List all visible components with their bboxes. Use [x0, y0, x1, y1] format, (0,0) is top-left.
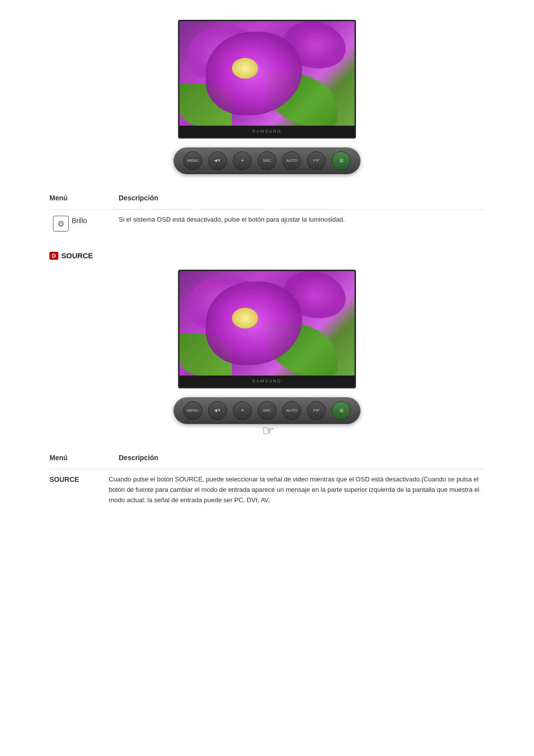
- brillo-description: Si el sistema OSD está desactivado, puls…: [119, 215, 485, 225]
- button-bar2: MENU ◀▼ ✶ SRC AUTO PIP ⏻: [174, 397, 360, 424]
- source-button2[interactable]: SRC: [258, 401, 276, 420]
- source-button[interactable]: SRC: [258, 151, 276, 170]
- power-button2[interactable]: ⏻: [332, 401, 351, 420]
- button-bar1: MENU ◀▼ ✶ SRC AUTO PIP ⏻: [174, 147, 360, 174]
- brightness-button2[interactable]: ✶: [233, 401, 252, 420]
- brightness-button[interactable]: ✶: [233, 151, 252, 170]
- source-desc-cell: Cuando pulse el botón SOURCE, puede sele…: [109, 474, 485, 505]
- monitor1: SAMSUNG: [178, 20, 356, 139]
- table1-section: Menú Descripción ⚙ Brillo Si el sistema …: [40, 194, 494, 236]
- volume-button[interactable]: ◀▼: [208, 151, 227, 170]
- button-bar1-container: MENU ◀▼ ✶ SRC AUTO PIP ⏻: [40, 147, 494, 174]
- monitor1-bar: SAMSUNG: [179, 126, 355, 137]
- flower-center: [232, 58, 258, 79]
- flower-center-b: [232, 308, 258, 329]
- source-name-cell: SOURCE: [49, 474, 109, 483]
- monitor2: SAMSUNG: [178, 270, 356, 388]
- col-desc-label: Descripción: [119, 194, 485, 202]
- auto-button[interactable]: AUTO: [282, 151, 301, 170]
- menu-button2[interactable]: MENU: [183, 401, 202, 420]
- monitor1-container: SAMSUNG: [40, 20, 494, 139]
- button-bar2-wrapper: MENU ◀▼ ✶ SRC AUTO PIP ⏻: [40, 397, 494, 424]
- col-menu-label: Menú: [49, 194, 119, 202]
- table2-header: Menú Descripción: [49, 454, 485, 462]
- monitor2-bar: SAMSUNG: [179, 376, 355, 387]
- source-title: SOURCE: [61, 251, 93, 260]
- volume-button2[interactable]: ◀▼: [208, 401, 227, 420]
- brillo-label: Brillo: [72, 215, 119, 225]
- auto-button2[interactable]: AUTO: [282, 401, 301, 420]
- table1-header: Menú Descripción: [49, 194, 485, 202]
- monitor2-container: SAMSUNG: [40, 270, 494, 388]
- monitor1-screen: [179, 21, 355, 126]
- brand2-label: SAMSUNG: [252, 378, 282, 383]
- col-menu2-label: Menú: [49, 454, 119, 462]
- table2-section: Menú Descripción SOURCE Cuando pulse el …: [40, 454, 494, 510]
- col-desc2-label: Descripción: [119, 454, 485, 462]
- table1-row: ⚙ Brillo Si el sistema OSD está desactiv…: [49, 209, 485, 236]
- power-button[interactable]: ⏻: [332, 151, 351, 170]
- table2-row: SOURCE Cuando pulse el botón SOURCE, pue…: [49, 469, 485, 510]
- brand-label: SAMSUNG: [252, 129, 282, 134]
- brightness-icon-cell: ⚙: [49, 215, 72, 232]
- page: SAMSUNG MENU ◀▼ ✶ SRC AUTO PIP: [0, 0, 534, 530]
- menu-button[interactable]: MENU: [183, 151, 202, 170]
- pip-button[interactable]: PIP: [307, 151, 326, 170]
- second-buttons-area: MENU ◀▼ ✶ SRC AUTO PIP ⏻: [40, 397, 494, 424]
- cursor-finger-icon: ☞: [262, 423, 274, 439]
- source-badge: D: [49, 252, 58, 260]
- pip-button2[interactable]: PIP: [307, 401, 326, 420]
- brightness-icon: ⚙: [53, 216, 69, 232]
- source-section-header: D SOURCE: [40, 251, 494, 260]
- monitor2-screen: [179, 271, 355, 376]
